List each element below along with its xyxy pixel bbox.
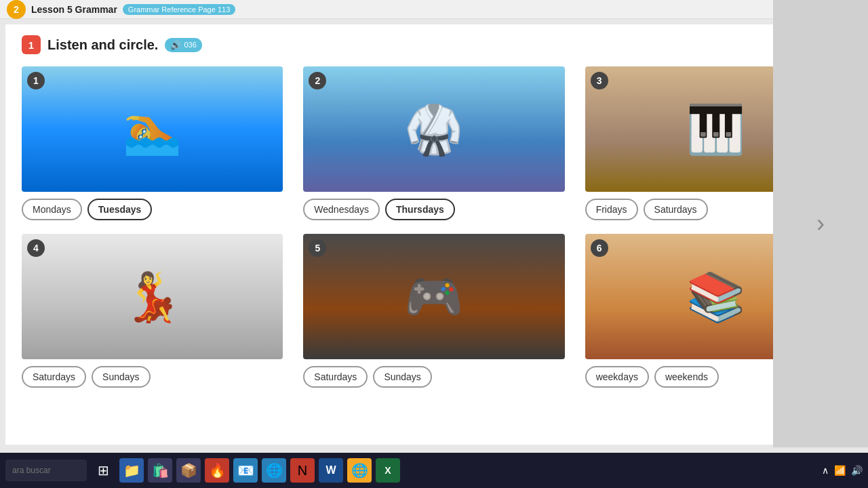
cards-grid: 1MondaysTuesdays2WednesdaysThursdays3Fri…	[22, 66, 846, 388]
card-options-6: weekdaysweekends	[585, 366, 719, 388]
card-image-1: 1	[22, 66, 283, 192]
taskbar-sound-icon[interactable]: 🔊	[851, 465, 863, 476]
option-btn-5-1[interactable]: Sundays	[373, 366, 431, 388]
card-options-1: MondaysTuesdays	[22, 199, 152, 220]
section-header: 1 Listen and circle. 🔊 036	[22, 35, 846, 54]
taskbar-icon-folder[interactable]: 📁	[119, 458, 144, 483]
audio-button[interactable]: 🔊 036	[165, 38, 201, 52]
taskbar-icon-fire[interactable]: 🔥	[205, 458, 229, 483]
option-btn-4-1[interactable]: Sundays	[92, 366, 150, 388]
audio-icon: 🔊	[170, 40, 181, 50]
taskbar-icon-dropbox[interactable]: 📦	[176, 458, 201, 483]
option-btn-2-1[interactable]: Thursdays	[385, 199, 455, 220]
taskbar-sys-icons: ∧ 📶 🔊	[822, 465, 863, 476]
card-number-4: 4	[27, 239, 45, 257]
taskbar-chevron-icon[interactable]: ∧	[822, 465, 829, 476]
card-number-1: 1	[27, 72, 45, 89]
taskbar-icon-netflix[interactable]: N	[290, 458, 315, 483]
option-btn-2-0[interactable]: Wednesdays	[303, 199, 380, 220]
section-number: 1	[22, 35, 41, 54]
card-2: 2WednesdaysThursdays	[303, 66, 564, 220]
option-btn-1-1[interactable]: Tuesdays	[87, 199, 153, 220]
taskbar-icon-email[interactable]: 📧	[233, 458, 258, 483]
taskbar-icon-chrome[interactable]: 🌐	[347, 458, 372, 483]
taskbar-icon-store[interactable]: 🛍️	[148, 458, 172, 483]
taskbar-right: ∧ 📶 🔊	[822, 465, 863, 476]
card-image-2: 2	[303, 66, 564, 192]
lesson-number-badge: 2	[7, 0, 26, 19]
card-number-6: 6	[591, 239, 608, 257]
card-options-4: SaturdaysSundays	[22, 366, 151, 388]
card-number-2: 2	[309, 72, 326, 89]
taskbar-icon-word[interactable]: W	[319, 458, 343, 483]
card-number-5: 5	[309, 239, 326, 257]
audio-track-label: 036	[184, 41, 196, 49]
card-image-5: 5	[303, 234, 564, 359]
card-number-3: 3	[591, 72, 608, 89]
card-4: 4SaturdaysSundays	[22, 234, 283, 388]
option-btn-6-0[interactable]: weekdays	[585, 366, 649, 388]
card-image-4: 4	[22, 234, 283, 359]
card-options-3: FridaysSaturdays	[585, 199, 708, 220]
option-btn-4-0[interactable]: Saturdays	[22, 366, 86, 388]
next-arrow[interactable]: ›	[816, 209, 825, 238]
lesson-title: Lesson 5 Grammar	[31, 4, 117, 15]
option-btn-3-0[interactable]: Fridays	[585, 199, 638, 220]
section-instruction: Listen and circle.	[47, 37, 158, 53]
taskbar-icon-excel[interactable]: X	[376, 458, 400, 483]
taskbar-network-icon: 📶	[834, 465, 846, 476]
option-btn-1-0[interactable]: Mondays	[22, 199, 82, 220]
top-bar: 2 Lesson 5 Grammar Grammar Reference Pag…	[0, 0, 868, 19]
card-1: 1MondaysTuesdays	[22, 66, 283, 220]
card-5: 5SaturdaysSundays	[303, 234, 564, 388]
page-area: 1 Listen and circle. 🔊 036 1MondaysTuesd…	[5, 24, 863, 445]
option-btn-3-1[interactable]: Saturdays	[644, 199, 708, 220]
option-btn-6-1[interactable]: weekends	[654, 366, 719, 388]
taskbar-search[interactable]	[5, 460, 87, 481]
grammar-ref-badge: Grammar Reference Page 113	[123, 4, 235, 15]
taskbar-icon-grid[interactable]: ⊞	[91, 458, 115, 483]
card-options-5: SaturdaysSundays	[303, 366, 432, 388]
card-options-2: WednesdaysThursdays	[303, 199, 455, 220]
taskbar: ⊞ 📁 🛍️ 📦 🔥 📧 🌐 N W 🌐 X ∧ 📶 🔊	[0, 453, 868, 488]
taskbar-icon-edge[interactable]: 🌐	[262, 458, 286, 483]
option-btn-5-0[interactable]: Saturdays	[303, 366, 368, 388]
right-panel: ›	[773, 0, 868, 447]
